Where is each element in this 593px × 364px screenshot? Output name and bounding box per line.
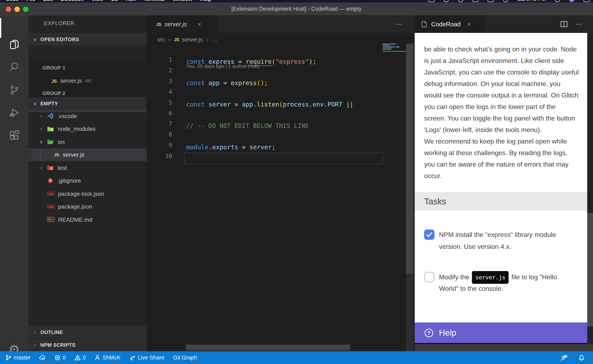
tree-item-test[interactable]: ›test <box>28 161 147 174</box>
tutorial-text-line: 'Logs' (lower-left, inside the tools men… <box>424 124 542 136</box>
close-icon[interactable]: × <box>197 20 201 27</box>
editor-label: server.js <box>60 77 82 84</box>
editor-actions-more-icon[interactable]: ⋯ <box>396 15 403 33</box>
tab-label: server.js <box>165 21 187 27</box>
npm-icon: npm <box>47 191 54 196</box>
activity-item-search[interactable] <box>0 56 28 78</box>
tree-item-serverjs[interactable]: JSserver.js <box>28 148 147 161</box>
activity-item-run-debug[interactable] <box>0 102 28 124</box>
activity-item-source-control[interactable] <box>0 78 28 101</box>
tree-item-gitignore[interactable]: .gitignore <box>28 174 147 187</box>
chevron-right-icon: › <box>38 165 44 171</box>
status-item-warnings[interactable]: 0 <box>74 355 86 361</box>
error-icon <box>54 355 61 361</box>
chevron-right-icon: › <box>206 36 208 43</box>
folder-section-header[interactable]: ∨ EMPTY <box>28 97 147 110</box>
inline-code-chip: server.js <box>472 271 509 284</box>
status-item-sync[interactable] <box>39 355 46 361</box>
menu-item-file[interactable]: File <box>27 0 35 2</box>
status-item-notifications[interactable] <box>578 354 585 361</box>
sidebar-section-outline[interactable]: ›OUTLINE <box>28 325 147 339</box>
menu-status-glyph <box>472 0 479 2</box>
tree-item-packagelockjson[interactable]: npmpackage-lock.json <box>28 187 147 200</box>
menu-item-help[interactable]: Help <box>200 0 211 2</box>
sidebar-section-npm-scripts[interactable]: ›NPM SCRIPTS <box>28 338 147 351</box>
explorer-sidebar: EXPLORER ∨ OPEN EDITORS GROUP 1JSserver.… <box>28 16 147 351</box>
status-item-feedback[interactable] <box>560 354 567 361</box>
menu-items: CodeFileEditSelectionViewGoRunTerminalWi… <box>6 0 211 2</box>
open-editors-label: OPEN EDITORS <box>40 36 79 42</box>
tree-item-vscode[interactable]: ›.vscode <box>28 109 147 122</box>
tree-item-packagejson[interactable]: npmpackage.json <box>28 200 147 213</box>
code-line-2 <box>186 67 382 78</box>
menu-item-run[interactable]: Run <box>126 0 136 2</box>
status-item-errors[interactable]: 0 <box>54 355 66 361</box>
status-item-git-graph[interactable]: Git Graph <box>173 355 197 361</box>
tree-item-node_modules[interactable]: ›node_modules <box>28 122 147 135</box>
editor-vertical-scrollbar-thumb[interactable] <box>406 44 413 274</box>
status-item-account[interactable]: ShMcK <box>94 355 121 361</box>
activity-item-extensions[interactable] <box>0 124 28 146</box>
menu-item-window[interactable]: Window <box>173 0 192 2</box>
breadcrumb-file[interactable]: server.js <box>182 36 203 43</box>
tree-item-readmemd[interactable]: MREADME.md <box>28 213 147 226</box>
close-icon[interactable]: × <box>467 20 471 27</box>
menu-item-selection[interactable]: Selection <box>61 0 84 2</box>
line-number: 2 <box>156 67 172 74</box>
tab-coderoad[interactable]: CodeRoad × <box>415 15 485 33</box>
help-label: Help <box>439 328 456 338</box>
menu-status-glyph <box>503 0 508 2</box>
open-editors-section-header[interactable]: ∨ OPEN EDITORS <box>28 33 147 46</box>
line-number: 6 <box>156 110 172 116</box>
status-item-label: master <box>13 355 31 361</box>
open-editor-serverjs[interactable]: JSserver.jssrc <box>28 74 147 87</box>
minimap[interactable] <box>383 44 406 68</box>
markdown-icon: M <box>47 217 54 222</box>
siri-icon <box>569 0 574 2</box>
webview-scrollbar-thumb[interactable] <box>587 213 593 327</box>
title-bar: [Extension Development Host] - CodeRoad … <box>0 2 593 16</box>
tab-server-js[interactable]: JS server.js × <box>147 15 217 33</box>
task-checkbox-unchecked[interactable] <box>424 272 434 282</box>
tutorial-text-line: would see the console output in a termin… <box>424 90 578 101</box>
js-file-icon: JS <box>174 37 179 42</box>
activity-item-explorer[interactable] <box>0 33 28 56</box>
chevron-down-icon: ∨ <box>38 139 44 145</box>
files-icon <box>9 39 20 50</box>
npm-icon: npm <box>47 204 54 209</box>
tree-item-src[interactable]: ∨src <box>28 135 147 148</box>
tutorial-text-line: be able to check what's going on in your… <box>424 43 577 55</box>
menu-item-go[interactable]: Go <box>111 0 118 2</box>
macos-menu-bar: CodeFileEditSelectionViewGoRunTerminalWi… <box>0 0 593 2</box>
node-modules-folder-icon <box>47 126 54 132</box>
task-text-line: NPM install the "express" library module <box>439 229 556 240</box>
svg-text:?: ? <box>427 330 430 336</box>
tutorial-text-line: is just a JavaScript environment. Like c… <box>424 55 564 66</box>
extensions-icon <box>9 130 20 141</box>
menu-item-code[interactable]: Code <box>6 0 19 2</box>
breadcrumb-symbol[interactable]: ... <box>212 36 218 43</box>
svg-text:npm: npm <box>48 205 53 208</box>
editor-horizontal-scrollbar[interactable] <box>186 345 350 351</box>
js-file-icon: JS <box>52 78 57 83</box>
more-actions-icon[interactable]: ⋯ <box>576 20 583 28</box>
vscode-window: CodeFileEditSelectionViewGoRunTerminalWi… <box>0 0 593 364</box>
task-checkbox-checked[interactable] <box>424 229 434 240</box>
sidebar-title: EXPLORER <box>44 20 74 26</box>
menu-item-edit[interactable]: Edit <box>43 0 53 2</box>
split-editor-icon[interactable] <box>560 21 567 27</box>
menu-item-view[interactable]: View <box>91 0 103 2</box>
status-item-live-share[interactable]: Live Share <box>129 355 165 361</box>
line-number: 4 <box>156 88 172 95</box>
status-item-git-branch[interactable]: master <box>5 355 31 361</box>
breadcrumb-folder[interactable]: src <box>157 36 165 43</box>
svg-text:npm: npm <box>48 192 53 195</box>
panel-bottom-strip <box>415 344 593 351</box>
tree-item-label: README.md <box>58 216 92 223</box>
menu-item-terminal[interactable]: Terminal <box>144 0 165 2</box>
tree-item-label: src <box>58 139 65 145</box>
minimap-code-line <box>383 45 391 46</box>
js-file-icon: JS <box>156 22 161 26</box>
menu-status-icons: Sat 9:45 PM <box>428 0 590 2</box>
help-section-bar[interactable]: ? Help <box>415 322 587 343</box>
